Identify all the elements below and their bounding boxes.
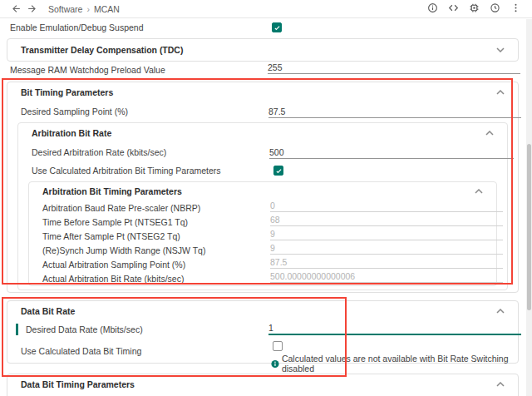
actual-sampling-point-label: Actual Arbitration Sampling Point (%) bbox=[42, 260, 185, 270]
history-button[interactable] bbox=[487, 2, 503, 17]
ntseg2-input: 9 bbox=[270, 230, 503, 240]
data-rate-value: 1 bbox=[268, 323, 273, 333]
nbrp-input: 0 bbox=[270, 201, 503, 212]
code-icon bbox=[448, 2, 459, 16]
sampling-point-value: 87.5 bbox=[268, 106, 285, 116]
ntseg1-value: 68 bbox=[270, 215, 280, 225]
actual-bit-rate-input: 500.00000000000006 bbox=[270, 272, 503, 283]
breadcrumb-separator: › bbox=[86, 4, 90, 14]
data-rate-label: Desired Data Rate (Mbits/sec) bbox=[26, 324, 143, 334]
toolbar-actions bbox=[425, 2, 524, 17]
sampling-point-row: Desired Sampling Point (%) 87.5 bbox=[7, 102, 518, 121]
scrollbar-track[interactable] bbox=[526, 19, 532, 396]
watchdog-value: 255 bbox=[268, 62, 283, 72]
data-rate-input[interactable]: 1 bbox=[268, 322, 521, 335]
tdc-section-header[interactable]: Transmitter Delay Compensation (TDC) bbox=[7, 39, 518, 61]
arbitration-bit-rate-header[interactable]: Arbitration Bit Rate bbox=[18, 123, 507, 143]
watchdog-input[interactable]: 255 bbox=[268, 64, 520, 74]
info-button[interactable] bbox=[425, 2, 441, 17]
nbrp-value: 0 bbox=[270, 200, 275, 210]
data-bit-timing-header[interactable]: Data Bit Timing Parameters bbox=[7, 374, 518, 394]
ntseg1-row: Time Before Sample Pt (NTSEG1 Tq) 68 bbox=[29, 215, 496, 229]
enable-emulation-checkbox[interactable] bbox=[272, 22, 282, 32]
actual-bit-rate-row: Actual Arbitration Bit Rate (kbits/sec) … bbox=[29, 271, 496, 285]
enable-emulation-row: Enable Emulation/Debug Suspend bbox=[0, 20, 525, 35]
arrow-left-icon bbox=[11, 3, 22, 14]
nbrp-row: Arbitration Baud Rate Pre-scaler (NBRP) … bbox=[29, 200, 496, 215]
tdc-section: Transmitter Delay Compensation (TDC) bbox=[7, 38, 519, 62]
use-calculated-arbitration-row: Use Calculated Arbitration Bit Timing Pa… bbox=[18, 161, 507, 180]
forward-button[interactable] bbox=[24, 2, 40, 17]
breadcrumb: Software › MCAN bbox=[48, 4, 120, 14]
nsjw-input: 9 bbox=[270, 244, 503, 255]
kebab-menu-icon bbox=[510, 2, 521, 16]
history-icon bbox=[490, 2, 500, 16]
data-bit-timing-section: Data Bit Timing Parameters bbox=[7, 374, 519, 396]
arrow-right-icon bbox=[27, 3, 37, 14]
chevron-down-icon[interactable] bbox=[496, 47, 505, 52]
sampling-point-input[interactable]: 87.5 bbox=[268, 103, 521, 118]
chevron-up-icon[interactable] bbox=[475, 189, 483, 194]
data-bit-rate-header[interactable]: Data Bit Rate bbox=[7, 301, 518, 321]
breadcrumb-software[interactable]: Software bbox=[48, 4, 82, 14]
arbitration-rate-label: Desired Arbitration Rate (kbits/sec) bbox=[32, 147, 166, 157]
modified-value-marker bbox=[16, 324, 18, 335]
checkmark-icon bbox=[275, 167, 283, 175]
bit-timing-section: Bit Timing Parameters Desired Sampling P… bbox=[7, 82, 519, 293]
checkmark-icon bbox=[273, 24, 281, 32]
info-text: Calculated values are not available with… bbox=[282, 354, 518, 374]
use-calculated-data-label: Use Calculated Data Bit Timing bbox=[21, 346, 141, 356]
bit-timing-title: Bit Timing Parameters bbox=[21, 87, 113, 97]
use-calculated-data-checkbox[interactable] bbox=[273, 341, 283, 351]
ntseg2-row: Time After Sample Pt (NTSEG2 Tq) 9 bbox=[29, 229, 496, 243]
data-rate-row: Desired Data Rate (Mbits/sec) 1 bbox=[7, 321, 518, 338]
arbitration-params-section: Arbitration Bit Timing Parameters Arbitr… bbox=[28, 181, 497, 286]
actual-sampling-point-input: 87.5 bbox=[270, 258, 503, 269]
chip-icon bbox=[469, 2, 480, 16]
arbitration-rate-input[interactable]: 500 bbox=[269, 144, 514, 159]
actual-bit-rate-label: Actual Arbitration Bit Rate (kbits/sec) bbox=[42, 274, 184, 284]
watchdog-row: Message RAM Watchdog Preload Value 255 bbox=[0, 63, 525, 77]
info-icon bbox=[271, 359, 279, 369]
ntseg1-input: 68 bbox=[270, 215, 503, 226]
scrollbar-thumb[interactable] bbox=[527, 144, 531, 310]
arbitration-rate-row: Desired Arbitration Rate (kbits/sec) 500 bbox=[18, 143, 507, 161]
tdc-section-title: Transmitter Delay Compensation (TDC) bbox=[21, 45, 183, 55]
toolbar: Software › MCAN bbox=[0, 0, 532, 18]
chevron-up-icon[interactable] bbox=[496, 309, 505, 314]
chevron-up-icon[interactable] bbox=[496, 90, 505, 95]
watchdog-label: Message RAM Watchdog Preload Value bbox=[10, 65, 165, 75]
arbitration-bit-rate-section: Arbitration Bit Rate Desired Arbitration… bbox=[17, 122, 508, 290]
actual-bit-rate-value: 500.00000000000006 bbox=[270, 271, 355, 281]
ntseg2-value: 9 bbox=[270, 229, 275, 239]
back-button[interactable] bbox=[8, 2, 24, 17]
arbitration-params-header[interactable]: Arbitration Bit Timing Parameters bbox=[29, 182, 496, 200]
bit-rate-switching-info: Calculated values are not available with… bbox=[271, 354, 518, 374]
enable-emulation-label: Enable Emulation/Debug Suspend bbox=[10, 22, 144, 32]
data-bit-rate-title: Data Bit Rate bbox=[21, 306, 75, 316]
actual-sampling-point-row: Actual Arbitration Sampling Point (%) 87… bbox=[29, 257, 496, 271]
sampling-point-label: Desired Sampling Point (%) bbox=[21, 106, 128, 116]
code-view-button[interactable] bbox=[446, 2, 461, 17]
use-calculated-arbitration-checkbox[interactable] bbox=[273, 166, 283, 176]
more-menu-button[interactable] bbox=[508, 2, 524, 17]
info-icon bbox=[427, 2, 438, 16]
data-bit-rate-section: Data Bit Rate Desired Data Rate (Mbits/s… bbox=[7, 300, 519, 364]
use-calculated-arbitration-label: Use Calculated Arbitration Bit Timing Pa… bbox=[32, 166, 221, 176]
arbitration-params-title: Arbitration Bit Timing Parameters bbox=[42, 186, 182, 196]
chevron-up-icon[interactable] bbox=[496, 382, 505, 387]
nsjw-value: 9 bbox=[270, 243, 275, 253]
arbitration-bit-rate-title: Arbitration Bit Rate bbox=[32, 128, 111, 138]
chevron-up-icon[interactable] bbox=[485, 131, 494, 136]
ntseg2-label: Time After Sample Pt (NTSEG2 Tq) bbox=[42, 231, 180, 241]
sysconfig-window: Software › MCAN bbox=[0, 0, 532, 396]
ntseg1-label: Time Before Sample Pt (NTSEG1 Tq) bbox=[42, 217, 188, 227]
arbitration-rate-value: 500 bbox=[269, 147, 284, 157]
device-view-button[interactable] bbox=[466, 2, 482, 17]
bit-timing-header[interactable]: Bit Timing Parameters bbox=[7, 82, 518, 102]
nsjw-label: (Re)Synch Jump Width Range (NSJW Tq) bbox=[42, 245, 205, 255]
breadcrumb-mcan[interactable]: MCAN bbox=[94, 4, 120, 14]
nbrp-label: Arbitration Baud Rate Pre-scaler (NBRP) bbox=[42, 203, 200, 213]
nsjw-row: (Re)Synch Jump Width Range (NSJW Tq) 9 bbox=[29, 243, 496, 257]
actual-sampling-point-value: 87.5 bbox=[270, 257, 287, 267]
